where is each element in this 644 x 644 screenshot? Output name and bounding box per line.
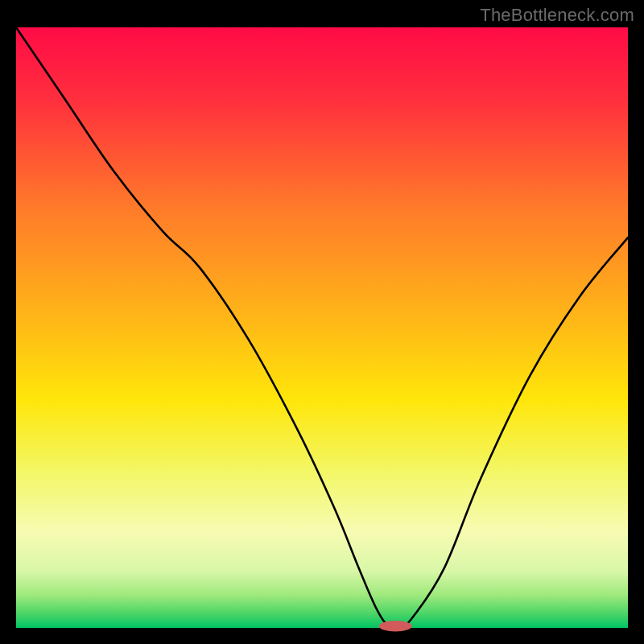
watermark-text: TheBottleneck.com [480, 5, 634, 26]
chart-stage: TheBottleneck.com [0, 0, 644, 644]
bottleneck-chart [0, 0, 644, 644]
optimal-range-marker [379, 621, 412, 631]
plot-background [16, 27, 628, 628]
